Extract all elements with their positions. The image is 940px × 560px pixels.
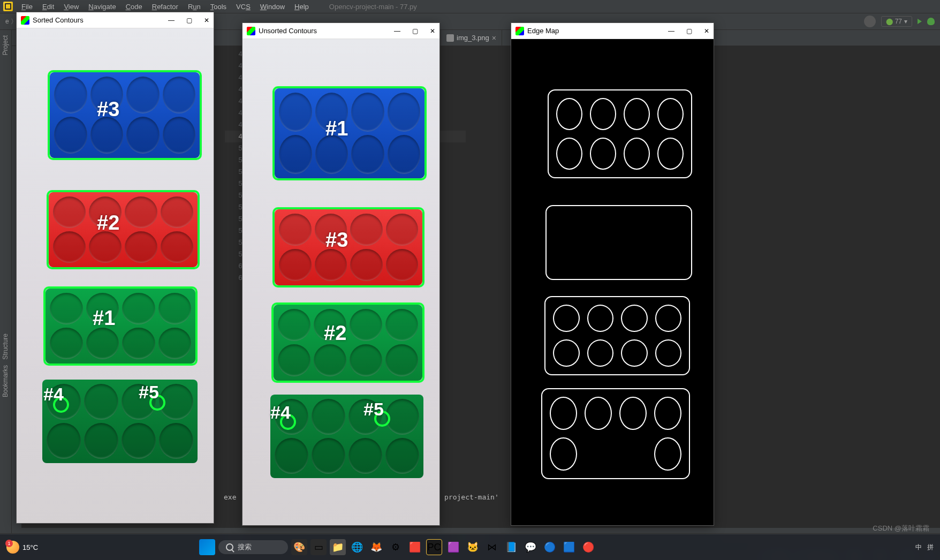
search-placeholder: 搜索 — [238, 542, 252, 552]
contour-3 — [48, 70, 202, 160]
label-1: #1 — [325, 117, 348, 140]
menu-refactor[interactable]: Refactor — [148, 2, 183, 12]
contour-2 — [271, 302, 424, 383]
pycharm-icon — [3, 2, 13, 11]
menu-tools[interactable]: Tools — [206, 2, 231, 12]
left-sidebar: Project Structure Bookmarks — [0, 30, 12, 546]
console-text: exe — [224, 493, 236, 501]
ime-mode[interactable]: 拼 — [927, 543, 934, 552]
edge-shape — [541, 388, 690, 479]
run-config-name: 77 — [895, 18, 902, 25]
close-button[interactable]: ✕ — [430, 27, 435, 35]
app-icon[interactable]: 🔴 — [580, 539, 596, 555]
task-view-icon[interactable]: ▭ — [310, 539, 327, 555]
watermark: CSDN @落叶霜霜 — [873, 524, 929, 533]
sorted-contours-window[interactable]: Sorted Contours — ▢ ✕ #3 #2 #1 #4 #5 — [16, 12, 214, 524]
vs-icon[interactable]: ⋈ — [484, 539, 500, 555]
close-button[interactable]: ✕ — [204, 17, 209, 24]
menu-navigate[interactable]: Navigate — [84, 2, 120, 12]
menu-code[interactable]: Code — [122, 2, 147, 12]
explorer-icon[interactable]: 📁 — [330, 539, 346, 555]
tab-img3[interactable]: img_3.png× — [441, 30, 502, 46]
opencv-icon — [21, 16, 29, 25]
label-4: #4 — [43, 384, 64, 405]
menu-bar: File Edit View Navigate Code Refactor Ru… — [0, 0, 940, 13]
avatar-icon[interactable] — [864, 16, 876, 27]
image-canvas — [511, 39, 714, 525]
contour-1 — [272, 86, 427, 180]
tab-label: img_3.png — [457, 34, 489, 42]
label-1: #1 — [93, 307, 115, 330]
label-4: #4 — [270, 402, 291, 423]
app-icon[interactable]: 🟪 — [445, 539, 461, 555]
menu-help[interactable]: Help — [290, 2, 313, 12]
maximize-button[interactable]: ▢ — [412, 27, 418, 35]
contour-1 — [43, 286, 198, 366]
contour-3 — [272, 207, 424, 287]
ime-indicator[interactable]: 中 — [915, 543, 922, 552]
image-icon — [446, 34, 454, 42]
edge-shape — [544, 296, 690, 375]
edge-shape — [548, 89, 692, 178]
close-icon[interactable]: × — [492, 34, 496, 42]
menu-file[interactable]: File — [17, 2, 37, 12]
app-icon[interactable]: 🔵 — [542, 539, 558, 555]
bookmarks-tool[interactable]: Bookmarks — [2, 365, 9, 397]
run-config-selector[interactable]: ⬤ 77 ▾ — [881, 16, 912, 27]
close-button[interactable]: ✕ — [704, 27, 709, 35]
system-tray[interactable]: 中 拼 — [915, 543, 934, 552]
weather-badge: 1 — [5, 540, 13, 547]
pycharm-taskbar-icon[interactable]: PC — [426, 539, 442, 555]
menu-view[interactable]: View — [59, 2, 83, 12]
label-3: #3 — [97, 98, 119, 121]
settings-icon[interactable]: ⚙ — [388, 539, 404, 555]
temperature: 15°C — [22, 543, 38, 551]
run-button[interactable] — [918, 19, 922, 24]
minimize-button[interactable]: — — [394, 27, 400, 35]
weather-icon: 1 — [6, 541, 19, 554]
window-titlebar[interactable]: Sorted Contours — ▢ ✕ — [17, 12, 214, 28]
window-title: Unsorted Contours — [259, 27, 317, 35]
maximize-button[interactable]: ▢ — [686, 27, 692, 35]
contour-2 — [47, 190, 200, 269]
menu-vcs[interactable]: VCS — [232, 2, 255, 12]
app-icon[interactable]: 🐱 — [465, 539, 481, 555]
chevron-down-icon: ▾ — [904, 18, 907, 25]
window-titlebar[interactable]: Unsorted Contours — ▢ ✕ — [242, 23, 439, 39]
label-2: #2 — [97, 211, 119, 234]
label-5: #5 — [363, 399, 384, 420]
weather-widget[interactable]: 1 15°C — [6, 541, 38, 554]
app-icon[interactable]: 🟦 — [561, 539, 577, 555]
opencv-icon — [247, 27, 255, 35]
unsorted-contours-window[interactable]: Unsorted Contours — ▢ ✕ #1 #3 #2 #4 #5 — [242, 22, 440, 526]
maximize-button[interactable]: ▢ — [186, 17, 192, 24]
edge-map-window[interactable]: Edge Map — ▢ ✕ — [511, 22, 714, 526]
structure-tool[interactable]: Structure — [2, 334, 9, 360]
windows-taskbar: 1 15°C 搜索 🎨 ▭ 📁 🌐 🦊 ⚙ 🟥 PC 🟪 🐱 ⋈ 📘 💬 🔵 🟦… — [0, 534, 940, 560]
opencv-icon — [516, 27, 524, 35]
window-titlebar[interactable]: Edge Map — ▢ ✕ — [511, 23, 714, 39]
edge-icon[interactable]: 🌐 — [349, 539, 365, 555]
start-button[interactable] — [199, 539, 215, 555]
wechat-icon[interactable]: 💬 — [522, 539, 539, 555]
label-5: #5 — [139, 382, 159, 403]
window-title: Edge Map — [527, 27, 559, 35]
menu-run[interactable]: Run — [184, 2, 205, 12]
app-icon[interactable]: 🟥 — [407, 539, 423, 555]
window-title: Sorted Contours — [33, 16, 84, 24]
menu-window[interactable]: Window — [256, 2, 289, 12]
minimize-button[interactable]: — — [668, 27, 674, 35]
project-tool[interactable]: Project — [2, 35, 9, 55]
taskbar-search[interactable]: 搜索 — [218, 540, 288, 554]
copilot-icon[interactable]: 🎨 — [291, 539, 307, 555]
image-canvas: #1 #3 #2 #4 #5 — [242, 39, 439, 525]
menu-edit[interactable]: Edit — [38, 2, 58, 12]
console-text: project-main' — [444, 493, 499, 501]
project-title: Opencv-project-main - 77.py — [325, 2, 421, 12]
minimize-button[interactable]: — — [168, 17, 175, 24]
debug-button[interactable] — [927, 18, 935, 25]
firefox-icon[interactable]: 🦊 — [368, 539, 384, 555]
image-canvas: #3 #2 #1 #4 #5 — [17, 28, 214, 523]
vscode-icon[interactable]: 📘 — [503, 539, 519, 555]
label-2: #2 — [324, 322, 346, 345]
